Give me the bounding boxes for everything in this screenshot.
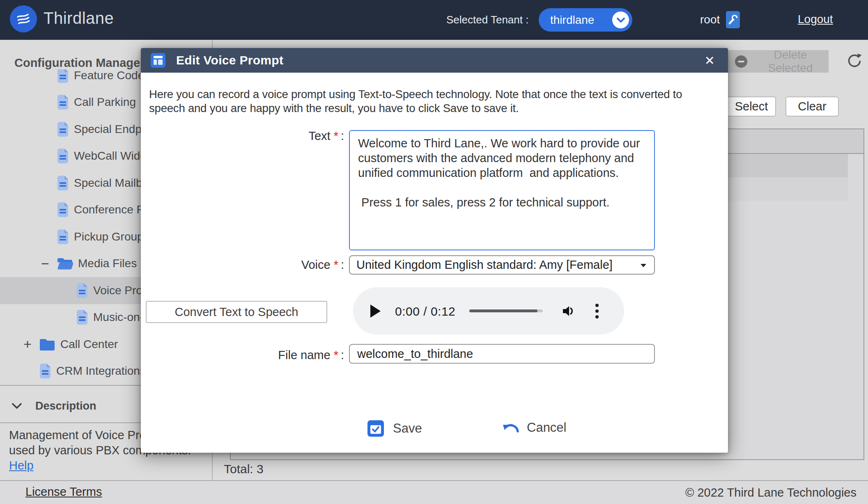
required-asterisk: * — [334, 258, 338, 271]
tree-item-label: Feature Codes — [74, 69, 150, 82]
license-terms-link[interactable]: License Terms — [25, 485, 102, 499]
delete-selected-button[interactable]: Delete Selected — [728, 50, 829, 73]
tenant-dropdown[interactable]: thirdlane — [539, 8, 632, 32]
copyright-label: © 2022 Third Lane Technologies — [685, 486, 857, 499]
file-name-input[interactable] — [349, 344, 655, 364]
tree-item-label: Media Files — [78, 257, 137, 270]
refresh-icon — [846, 53, 862, 69]
undo-arrow-icon — [502, 421, 519, 435]
voice-select[interactable]: United Kingdom English standard: Amy [Fe… — [349, 255, 655, 275]
audio-more-options-button[interactable] — [593, 304, 601, 318]
volume-icon[interactable] — [562, 305, 576, 318]
logout-link[interactable]: Logout — [798, 13, 833, 26]
required-asterisk: * — [334, 348, 338, 362]
folder-open-icon — [57, 257, 73, 270]
select-button[interactable]: Select — [727, 96, 776, 117]
footer: License Terms © 2022 Third Lane Technolo… — [0, 480, 868, 504]
delete-selected-label: Delete Selected — [755, 48, 826, 75]
tree-item-label: Pickup Groups — [74, 230, 149, 243]
chevron-down-icon — [11, 403, 22, 409]
tree-item-label: Call Parking — [74, 96, 136, 109]
refresh-button[interactable] — [844, 53, 861, 70]
cancel-button-label: Cancel — [527, 420, 567, 435]
required-asterisk: * — [334, 129, 338, 142]
brand-title: Thirdlane — [44, 9, 114, 27]
user-settings-button[interactable] — [726, 11, 740, 28]
text-field-label: Text*: — [149, 129, 344, 143]
save-button-label: Save — [393, 421, 422, 436]
document-icon — [76, 309, 88, 325]
document-icon — [57, 121, 69, 137]
document-icon — [76, 283, 88, 298]
document-icon — [57, 175, 69, 191]
document-icon — [39, 363, 51, 379]
convert-text-to-speech-button[interactable]: Convert Text to Speech — [146, 301, 327, 323]
clear-button[interactable]: Clear — [785, 96, 839, 117]
thirdlane-logo-icon — [10, 5, 37, 32]
tenant-dropdown-value: thirdlane — [550, 14, 594, 27]
tree-item-label: Call Center — [60, 338, 118, 351]
save-button[interactable]: Save — [365, 420, 425, 437]
audio-player: 0:00 / 0:12 — [353, 287, 624, 334]
minus-circle-icon — [735, 55, 747, 68]
dialog-body: Here you can record a voice prompt using… — [141, 73, 728, 453]
dialog-layout-icon — [151, 53, 165, 68]
dialog-header: Edit Voice Prompt ✕ — [141, 48, 728, 73]
select-arrow-icon — [640, 263, 647, 268]
document-icon — [57, 148, 69, 164]
wrench-icon — [728, 14, 738, 25]
username-label: root — [700, 13, 720, 26]
save-icon — [367, 420, 384, 437]
folder-icon — [39, 338, 55, 351]
top-bar: Thirdlane Selected Tenant : thirdlane ro… — [0, 0, 868, 40]
dialog-intro-text: Here you can record a voice prompt using… — [149, 87, 683, 115]
voice-select-value: United Kingdom English standard: Amy [Fe… — [356, 258, 613, 272]
document-icon — [57, 69, 69, 83]
document-icon — [57, 94, 69, 110]
close-dialog-button[interactable]: ✕ — [702, 53, 717, 69]
help-link[interactable]: Help — [9, 459, 34, 472]
audio-progress-bar[interactable] — [469, 309, 543, 312]
collapse-icon[interactable]: − — [41, 256, 57, 272]
app-root: Thirdlane Selected Tenant : thirdlane ro… — [0, 0, 868, 504]
tree-item-label: CRM Integrations — [56, 364, 146, 378]
document-icon — [57, 202, 69, 218]
selected-tenant-label: Selected Tenant : — [446, 14, 528, 26]
audio-time-label: 0:00 / 0:12 — [395, 305, 455, 318]
file-name-field-label: File name*: — [149, 348, 344, 362]
voice-field-label: Voice*: — [149, 258, 344, 272]
cancel-button[interactable]: Cancel — [500, 420, 569, 435]
play-icon[interactable] — [370, 304, 381, 318]
edit-voice-prompt-dialog: Edit Voice Prompt ✕ Here you can record … — [141, 48, 728, 453]
chevron-down-icon — [616, 17, 625, 23]
tenant-chevron-button[interactable] — [612, 11, 629, 28]
dialog-title: Edit Voice Prompt — [176, 53, 283, 67]
description-header-label: Description — [35, 400, 96, 412]
total-count-label: Total: 3 — [224, 462, 264, 476]
expand-icon[interactable]: + — [23, 336, 39, 352]
text-to-speech-textarea[interactable]: Welcome to Third Lane,. We work hard to … — [349, 130, 655, 250]
audio-progress-fill — [469, 309, 537, 312]
logo-waves-icon — [14, 10, 32, 28]
document-icon — [57, 229, 69, 245]
